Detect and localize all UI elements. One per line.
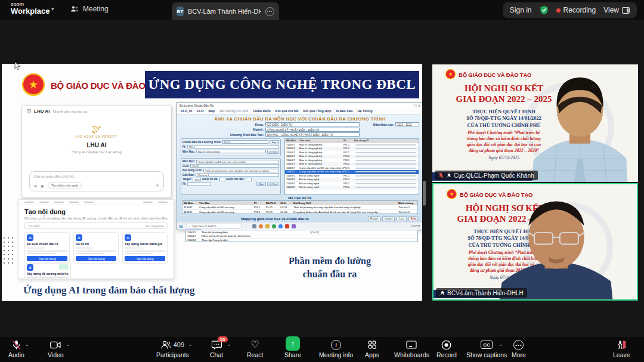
search-button[interactable]: K.Tìm [267,150,279,154]
video-tile-participant2-active[interactable]: ★ BỘ GIÁO DỤC VÀ ĐÀO TẠO HỘI NGHỊ SƠ KẾT… [432,183,638,301]
create-content-button[interactable]: Tạo nội dung [125,256,165,261]
security-shield-icon[interactable] [540,5,549,15]
windows-start-icon[interactable]: ⊞ [179,224,184,229]
creator-search-input[interactable]: Tìm kiếm All Categories [24,222,168,229]
noidung-label: Nội Dung CLO: [182,169,203,172]
sidebar-icon [27,109,31,113]
pi-label: PI: [182,146,187,148]
captions-chevron[interactable]: ⌃ [499,344,503,349]
chevron-down-icon[interactable]: ▾ [51,6,54,12]
pi-select[interactable]: PI1.1 [187,145,279,148]
attach-icon[interactable]: ⊞ [34,184,37,188]
chrome-icon[interactable] [278,224,283,228]
target-input[interactable]: 70% [193,178,201,181]
creator-card[interactable]: ⚙ Đề xuất chuẩn đầu ra Tạo nội dung [24,232,70,264]
canban-input[interactable]: Chương 1 [196,173,279,177]
diemcandat-input[interactable] [246,178,252,181]
table-row[interactable]: 114022Thiết kế hệ thống Điện[CLO2] [186,230,417,234]
web-search-button[interactable]: Tìm kiếm trên web [48,182,82,188]
app-body: ÁNH XẠ CHUẨN ĐẦU RA MÔN HỌC VỚI CHUẨN ĐẦ… [177,115,422,230]
filter-dropdown[interactable]: All Categories [145,224,164,228]
lhu-window-title: LHU AI [34,109,49,114]
year-select[interactable]: 2021 - 2022 [395,122,419,126]
creator-card[interactable]: ⚙ Ra đề thi Tạo nội dung [73,232,119,264]
search-button[interactable]: K.Tìm [267,182,279,186]
menu-item[interactable]: Hệ Thống [358,109,373,113]
window-controls[interactable]: – ▢ ✕ [412,104,420,107]
creator-card[interactable]: ⚙ Xây dựng rubric đánh giá Tạo nội dung [122,232,168,264]
creator-card[interactable]: ⚙ Xây dựng đề cương môn học [24,262,71,279]
react-button[interactable]: ♡ React [247,339,263,358]
zoom-meeting-window: zoom Workplace ▾ Meeting BT BCV-Lâm Thàn… [0,0,644,362]
menu-item[interactable]: PLO_PI [181,109,192,113]
windows-search-input[interactable]: ⌕Type here to search [187,224,242,229]
app-icon[interactable] [259,224,263,228]
table-row[interactable]: 114027Năng lượng tái tạo và quản lý năng… [186,234,417,237]
menu-item[interactable]: Kết quả Tổng Hợp [303,109,331,113]
participants-button[interactable]: 409 ⌃ Participants [156,339,189,358]
leave-button[interactable]: Leave [613,339,630,358]
lhu-product-name: LHU AI [22,142,171,148]
video-button[interactable]: ⌃ Video [48,339,64,358]
monhoc-select[interactable]: Bảo trì công nghiệp [196,150,266,153]
plo-select[interactable]: PLO1 [222,140,268,144]
menu-item[interactable]: Đề Cương Chi Tiết [219,109,248,113]
chat-button[interactable]: 10 ⌃ Chat [210,339,223,358]
share-button[interactable]: ↑ Share [284,339,301,358]
meeting-toolbar: ⌃ Audio ⌃ Video 409 ⌃ Participants 10 ⌃ [0,337,644,362]
clo-select[interactable]: CLO1 [190,164,279,168]
participants-chevron[interactable]: ⌃ [188,344,193,349]
image-icon[interactable]: ▣ [41,184,44,188]
noidung-input[interactable]: Thiết kế phương án cung cấp điện cho nhà… [203,169,279,172]
create-content-button[interactable]: Tạo nội dung [76,256,116,261]
audio-button[interactable]: ⌃ Audio [8,339,24,358]
recording-indicator[interactable]: Recording [556,6,596,14]
apps-button[interactable]: Apps [365,339,379,358]
nganh-select[interactable]: CÔNG NGHỆ KỸ THUẬT ĐIỆN - ĐIỆN TỬ [265,128,360,132]
app-icon[interactable] [272,224,276,228]
table-body: 114047 Bảo trì công nghiệp PI1.1 114047 … [285,143,419,190]
app-icon[interactable] [252,224,256,228]
table-row[interactable]: 114037Cung cấp điện và ĐK an cung...PI2.… [182,209,417,214]
menu-item[interactable]: In Báo Cáo [336,109,352,113]
gear-icon: ⚙ [76,234,82,241]
create-content-button[interactable]: Tạo nội dung [27,256,67,261]
video-options-chevron[interactable]: ⌃ [66,344,70,349]
captions-button[interactable]: CC ⌃ Show captions [466,339,507,358]
read-button[interactable]: Đọc [256,182,266,186]
table-row[interactable]: 114091 Đồ án công nghệ PI4.1 [285,185,419,190]
menu-item[interactable]: Map [209,109,215,113]
meeting-info-button[interactable]: i Meeting info [319,339,353,358]
table-row[interactable]: 114034Thực tập Trang bị điện [186,238,417,242]
gear-icon: ⚙ [125,234,131,241]
lhu-chat-input[interactable]: Gửi tin nhắn đến LHU AI... ⊞ ▣ Tìm kiếm … [29,171,164,191]
send-icon[interactable]: ➤ [156,183,159,188]
menu-item[interactable]: Chấm Điểm [253,109,271,113]
record-button[interactable]: Record [436,339,457,358]
menu-item[interactable]: CLO [197,109,203,113]
app-icon[interactable] [285,224,289,228]
pi2-input[interactable] [187,182,211,186]
taskbar-clock[interactable]: 2:54 PM [411,225,421,228]
chat-chevron[interactable]: ⌃ [227,344,231,349]
whiteboards-button[interactable]: Whiteboards [394,339,429,358]
tab-meeting[interactable]: Meeting [70,5,109,13]
view-button[interactable]: View [603,6,630,14]
diemtoida-input[interactable] [219,178,225,181]
sign-in-button[interactable]: Sign in [510,6,532,14]
app-icon[interactable] [265,224,270,228]
lhu-hero: 🕊︎ LAC HONG UNIVERSITY LHU AI Trợ lý AI … [22,125,171,154]
ctdt-select[interactable]: ĐẠI HỌC - CÔNG NGHỆ KỸ THUẬT ĐIỆN - ĐIỆN… [265,132,360,137]
tab-shared-screen[interactable]: BT BCV-Lâm Thành Hiển-DHLH's scr ••• [172,2,279,20]
audio-options-chevron[interactable]: ⌃ [25,344,29,349]
khoa-select[interactable]: CƠ ĐIỆN - ĐIỆN TỬ [265,122,360,126]
more-button[interactable]: ••• More [512,339,526,358]
read-button[interactable]: Đọc [270,140,279,144]
pi2-label: PI: [182,182,187,185]
video-tile-participant1[interactable]: ★ BỘ GIÁO DỤC VÀ ĐÀO TẠO HỘI NGHỊ SƠ KẾT… [432,64,638,182]
app-icon[interactable] [292,224,296,228]
table-row[interactable]: 114037Cung cấp điện và ĐK an cung...PI2.… [182,205,417,209]
menu-item[interactable]: Kết quả chi tiết [275,109,299,113]
share-scrollbar-thumb[interactable] [423,181,426,206]
tab-options-icon[interactable]: ••• [265,7,274,16]
